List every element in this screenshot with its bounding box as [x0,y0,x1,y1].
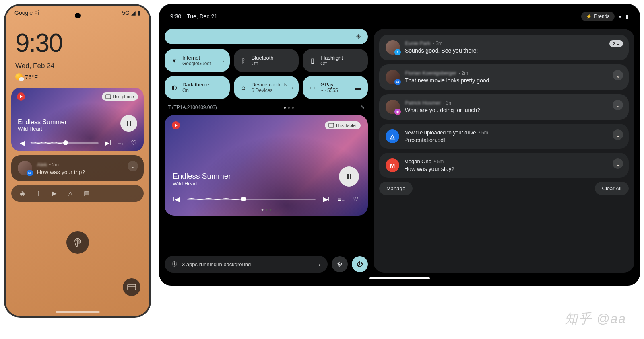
temperature-label: 76°F [25,74,38,80]
cast-icon [106,95,111,99]
notification-icon-row[interactable]: ◉ f ▶ △ ▤ [11,185,144,202]
info-icon: ⓘ [172,261,177,268]
cast-chip[interactable]: This Tablet [325,121,361,129]
qs-tile-bluetooth[interactable]: ᛒ BluetoothOff [234,49,299,72]
previous-button[interactable]: I◀ [173,195,180,203]
expand-button[interactable]: ⌄ [613,129,623,140]
notification-row[interactable]: t Eunie Park· 3mSounds good. See you the… [379,35,629,60]
notification-time: • 2m [49,162,59,168]
background-apps-button[interactable]: ⓘ 3 apps running in background › [165,256,328,273]
edit-tiles-button[interactable]: ✎ [361,105,365,110]
expand-button[interactable]: ⌄ [613,70,623,80]
previous-button[interactable]: I◀ [18,139,25,146]
track-title: Endless Summer [173,172,231,181]
signal-icon: ◢ [131,10,136,16]
quick-settings-panel: ☀ ▾ InternetGoogleGuest › ᛒ BluetoothOff… [165,29,368,273]
chevron-right-icon: › [291,84,293,91]
svg-rect-0 [106,95,111,99]
next-button[interactable]: ▶I [104,139,111,146]
messenger-badge-icon: ◉ [394,109,401,115]
drive-app-icon: △ [386,129,399,143]
chevron-right-icon: › [222,58,224,64]
tablet-status-bar: 9:30 Tue, Dec 21 ⚡Brenda ▾ ▮ [165,10,634,29]
qs-tile-internet[interactable]: ▾ InternetGoogleGuest › [165,49,230,72]
play-pause-button[interactable] [339,166,359,187]
next-button[interactable]: ▶I [323,195,330,203]
expand-button[interactable]: ⌄ [128,161,138,171]
lock-clock: 9:30 [6,16,149,62]
media-controls: I◀ ▶I ≡₊ ♡ [18,139,137,146]
user-chip[interactable]: ⚡Brenda [581,12,615,21]
phone-media-card[interactable]: This phone Endless Summer Wild Heart I◀ … [11,88,144,151]
build-label: T (TP1A.2100409.003) [168,105,217,110]
phone-frame: Google Fi 5G ◢ ▮ 9:30 Wed, Feb 24 76°F T… [4,4,151,318]
youtube-music-icon [172,121,180,129]
expand-button[interactable]: ⌄ [613,158,623,169]
profile-icon: ◉ [19,190,26,197]
queue-button[interactable]: ≡₊ [337,195,345,203]
network-label: 5G [122,10,130,16]
notification-row[interactable]: ◉ Patrick Hosmer· 3mWhat are you doing f… [379,94,629,120]
count-chip[interactable]: 2 ⌄ [609,40,623,47]
seek-bar[interactable] [187,199,316,200]
bluetooth-icon: ᛒ [239,57,248,65]
weather-row[interactable]: 76°F [6,70,149,88]
card-icon: ▭ [308,84,316,92]
home-icon: ⌂ [239,84,248,92]
brightness-slider[interactable]: ☀ [165,29,368,44]
brightness-icon: ☀ [354,33,362,41]
twitter-badge-icon: t [394,49,401,55]
favorite-button[interactable]: ♡ [352,195,359,203]
cast-chip[interactable]: This phone [102,92,138,101]
notification-panel: t Eunie Park· 3mSounds good. See you the… [374,29,634,273]
avatar: ✉ [386,70,400,84]
tablet-media-card[interactable]: This Tablet Endless Summer Wild Heart I◀ [165,115,368,216]
messages-badge-icon: ✉ [27,170,33,176]
youtube-icon: ▶ [51,190,58,197]
gear-icon: ⚙ [337,261,343,268]
wifi-icon: ▾ [170,57,178,65]
track-artist: Wild Heart [18,126,67,132]
seek-handle[interactable] [63,140,68,145]
manage-button[interactable]: Manage [379,182,413,195]
youtube-music-icon [17,92,25,101]
seek-handle[interactable] [241,197,246,201]
phone-notification[interactable]: ✉ Alek • 2m How was your trip? ⌄ [11,155,144,181]
favorite-button[interactable]: ♡ [130,139,137,146]
queue-button[interactable]: ≡₊ [117,139,124,146]
carrier-label: Google Fi [14,10,39,16]
home-indicator[interactable] [369,277,430,279]
media-page-dots [261,209,271,211]
dark-theme-icon: ◐ [170,84,178,92]
qs-tile-devices[interactable]: ⌂ Device controls6 Devices › [234,76,299,99]
notification-row[interactable]: ✉ Florian Koenigsberger· 2mThat new movi… [379,64,629,90]
notification-message: How was your trip? [37,169,85,175]
power-icon: ⏻ [357,261,363,268]
pause-icon [127,121,131,126]
expand-button[interactable]: ⌄ [613,100,623,110]
home-indicator[interactable] [56,311,100,313]
qs-tile-gpay[interactable]: ▭ GPay···· 5555 ▬ [303,76,368,99]
settings-button[interactable]: ⚙ [332,256,348,272]
flashlight-icon: ▯ [308,57,316,65]
battery-icon: ▮ [137,10,140,16]
qs-tile-flashlight[interactable]: ▯ FlashlightOff [303,49,368,72]
wallet-button[interactable] [123,278,140,296]
lock-date: Wed, Feb 24 [6,62,149,70]
card-thumb-icon: ▬ [354,84,362,92]
notification-row[interactable]: △ New file uploaded to your drive• 5mPre… [379,124,629,149]
power-button[interactable]: ⏻ [352,256,368,272]
notification-row[interactable]: M Megan Ono• 5mHow was your stay? ⌄ [379,153,629,178]
seek-bar[interactable] [31,142,99,144]
fingerprint-icon [72,237,83,248]
clear-all-button[interactable]: Clear All [595,182,629,195]
fingerprint-button[interactable] [66,231,89,254]
track-title: Endless Summer [18,119,67,126]
qs-tile-darktheme[interactable]: ◐ Dark themeOn [165,76,230,99]
page-dots [284,107,294,109]
track-artist: Wild Heart [173,181,231,187]
pause-icon [347,174,351,179]
play-pause-button[interactable] [120,115,137,132]
avatar: t [386,40,400,55]
wallet-icon [128,284,136,291]
